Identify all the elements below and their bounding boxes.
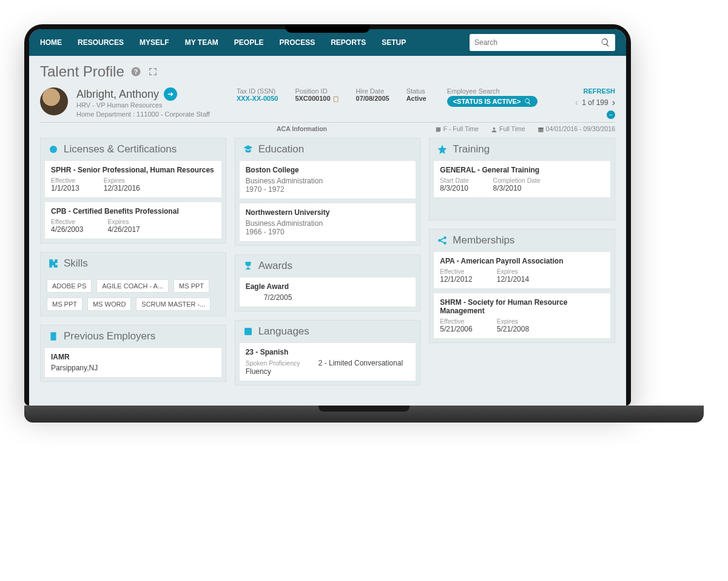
puzzle-icon bbox=[48, 258, 59, 269]
language-card[interactable]: 23 - Spanish Spoken Proficiency2 - Limit… bbox=[239, 342, 417, 381]
share-icon bbox=[437, 235, 448, 246]
employee-title: HRV - VP Human Resources bbox=[76, 101, 210, 110]
position-label: Position ID bbox=[295, 87, 339, 95]
date-range: 04/01/2016 - 09/30/2016 bbox=[538, 125, 615, 133]
training-card[interactable]: GENERAL - General Training Start Date8/3… bbox=[433, 160, 611, 198]
skill-tag[interactable]: MS PPT bbox=[47, 297, 83, 311]
skill-tag[interactable]: MS WORD bbox=[87, 297, 131, 311]
star-icon bbox=[437, 144, 448, 155]
skill-tag[interactable]: MS PPT bbox=[174, 279, 209, 293]
memberships-panel: Memberships APA - American Payroll Assoc… bbox=[429, 229, 615, 343]
svg-point-5 bbox=[50, 146, 57, 153]
position-value: 5XC000100 📋 bbox=[295, 95, 339, 102]
search-input[interactable] bbox=[474, 38, 601, 47]
pager-text: 1 of 199 bbox=[582, 98, 608, 107]
name-arrow-icon[interactable]: ➜ bbox=[164, 87, 177, 101]
nav-setup[interactable]: SETUP bbox=[382, 38, 406, 47]
nav-my-team[interactable]: MY TEAM bbox=[185, 38, 218, 47]
emp-search-label: Employee Search bbox=[447, 87, 538, 95]
tax-value[interactable]: XXX-XX-0050 bbox=[237, 95, 278, 102]
skill-tag[interactable]: SCRUM MASTER -... bbox=[136, 297, 211, 311]
inbox-icon bbox=[435, 126, 442, 133]
search-box[interactable] bbox=[470, 34, 615, 51]
svg-rect-7 bbox=[244, 328, 252, 335]
nav-resources[interactable]: RESOURCES bbox=[78, 38, 124, 47]
licenses-panel: Licenses & Certifications SPHR - Senior … bbox=[40, 138, 226, 243]
fulltime-badge: F - Full Time bbox=[435, 125, 479, 133]
svg-text:?: ? bbox=[134, 68, 138, 75]
page-title: Talent Profile ? bbox=[40, 63, 615, 80]
badge-icon bbox=[48, 144, 59, 155]
prev-employers-panel: Previous Employers IAMR Parsippany,NJ bbox=[40, 325, 226, 382]
building-icon bbox=[48, 331, 59, 342]
svg-point-2 bbox=[493, 127, 496, 129]
collapse-icon[interactable]: − bbox=[607, 110, 615, 119]
skill-tag[interactable]: AGILE COACH - A... bbox=[96, 279, 169, 293]
person-icon bbox=[491, 126, 497, 133]
award-card[interactable]: Eagle Award 7/2/2005 bbox=[239, 277, 417, 307]
languages-panel: Languages 23 - Spanish Spoken Proficienc… bbox=[235, 320, 421, 386]
avatar bbox=[40, 87, 68, 115]
search-icon bbox=[524, 98, 531, 105]
awards-panel: Awards Eagle Award 7/2/2005 bbox=[235, 254, 421, 311]
aca-link[interactable]: ACA Information bbox=[277, 125, 327, 132]
skills-panel: Skills ADOBE PS AGILE COACH - A... MS PP… bbox=[40, 252, 226, 316]
training-panel: Training GENERAL - General Training Star… bbox=[429, 138, 615, 220]
license-card[interactable]: CPB - Certified Benefits Professional Ef… bbox=[44, 202, 222, 239]
skill-tag[interactable]: ADOBE PS bbox=[47, 279, 92, 293]
pager-next[interactable]: › bbox=[612, 97, 615, 108]
employer-card[interactable]: IAMR Parsippany,NJ bbox=[44, 347, 222, 378]
status-label: Status bbox=[406, 87, 426, 95]
language-icon bbox=[243, 326, 254, 337]
education-panel: Education Boston College Business Admini… bbox=[235, 138, 421, 246]
svg-rect-4 bbox=[538, 127, 543, 129]
refresh-link[interactable]: REFRESH bbox=[575, 87, 615, 95]
status-value: Active bbox=[406, 95, 426, 102]
employee-name: Albright, Anthony bbox=[76, 88, 159, 101]
education-card[interactable]: Northwestern University Business Adminis… bbox=[239, 203, 417, 242]
membership-card[interactable]: APA - American Payroll Association Effec… bbox=[433, 251, 611, 289]
search-icon bbox=[601, 38, 610, 47]
status-filter-pill[interactable]: <STATUS IS ACTIVE> bbox=[447, 96, 538, 107]
calendar-icon bbox=[538, 126, 544, 133]
nav-myself[interactable]: MYSELF bbox=[140, 38, 169, 47]
fulltime-badge-2: Full Time bbox=[491, 125, 525, 133]
nav-process[interactable]: PROCESS bbox=[280, 38, 315, 47]
hire-label: Hire Date bbox=[356, 87, 389, 95]
tax-label: Tax ID (SSN) bbox=[237, 87, 278, 95]
nav-people[interactable]: PEOPLE bbox=[234, 38, 264, 47]
membership-card[interactable]: SHRM - Society for Human Resource Manage… bbox=[433, 293, 611, 339]
svg-rect-6 bbox=[51, 332, 56, 341]
graduation-icon bbox=[243, 144, 254, 155]
license-card[interactable]: SPHR - Senior Professional, Human Resour… bbox=[44, 160, 222, 198]
expand-icon[interactable] bbox=[147, 66, 158, 77]
top-nav: HOME RESOURCES MYSELF MY TEAM PEOPLE PRO… bbox=[29, 29, 626, 56]
employee-dept: Home Department : 111000 - Corporate Sta… bbox=[76, 110, 210, 119]
help-icon[interactable]: ? bbox=[130, 66, 141, 77]
pager-prev[interactable]: ‹ bbox=[575, 97, 578, 108]
nav-home[interactable]: HOME bbox=[40, 38, 62, 47]
nav-reports[interactable]: REPORTS bbox=[331, 38, 366, 47]
education-card[interactable]: Boston College Business Administration 1… bbox=[239, 160, 417, 199]
trophy-icon bbox=[243, 260, 254, 271]
hire-value: 07/08/2005 bbox=[356, 95, 389, 102]
